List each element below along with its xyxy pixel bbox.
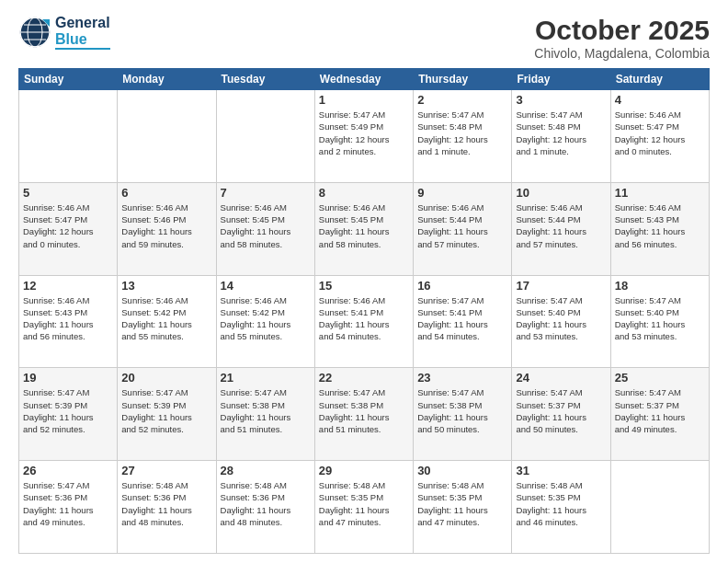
header-wednesday: Wednesday: [314, 69, 413, 90]
day-info: Sunrise: 5:47 AM Sunset: 5:37 PM Dayligh…: [516, 386, 606, 435]
calendar-week-row: 1Sunrise: 5:47 AM Sunset: 5:49 PM Daylig…: [19, 90, 710, 183]
day-number: 21: [221, 371, 311, 385]
header-monday: Monday: [118, 69, 216, 90]
day-info: Sunrise: 5:47 AM Sunset: 5:40 PM Dayligh…: [516, 294, 606, 343]
day-number: 16: [417, 279, 507, 293]
calendar-cell: 4Sunrise: 5:46 AM Sunset: 5:47 PM Daylig…: [610, 90, 709, 183]
day-info: Sunrise: 5:46 AM Sunset: 5:46 PM Dayligh…: [121, 201, 211, 250]
calendar-cell: 6Sunrise: 5:46 AM Sunset: 5:46 PM Daylig…: [118, 182, 216, 275]
title-block: October 2025 Chivolo, Magdalena, Colombi…: [534, 15, 710, 61]
day-number: 15: [319, 279, 409, 293]
day-info: Sunrise: 5:48 AM Sunset: 5:36 PM Dayligh…: [221, 479, 311, 528]
day-number: 13: [121, 279, 211, 293]
day-number: 8: [319, 186, 409, 200]
day-number: 10: [516, 186, 606, 200]
calendar-cell: 3Sunrise: 5:47 AM Sunset: 5:48 PM Daylig…: [512, 90, 610, 183]
calendar-cell: 8Sunrise: 5:46 AM Sunset: 5:45 PM Daylig…: [314, 182, 413, 275]
calendar-cell: 20Sunrise: 5:47 AM Sunset: 5:39 PM Dayli…: [118, 368, 216, 461]
day-info: Sunrise: 5:47 AM Sunset: 5:38 PM Dayligh…: [221, 386, 311, 435]
day-number: 17: [516, 279, 606, 293]
calendar-cell: 23Sunrise: 5:47 AM Sunset: 5:38 PM Dayli…: [414, 368, 512, 461]
day-number: 7: [221, 186, 311, 200]
calendar-cell: [216, 90, 314, 183]
day-info: Sunrise: 5:46 AM Sunset: 5:44 PM Dayligh…: [516, 201, 606, 250]
day-info: Sunrise: 5:47 AM Sunset: 5:40 PM Dayligh…: [615, 294, 705, 343]
calendar-cell: 18Sunrise: 5:47 AM Sunset: 5:40 PM Dayli…: [610, 275, 709, 368]
day-info: Sunrise: 5:47 AM Sunset: 5:38 PM Dayligh…: [417, 386, 507, 435]
day-number: 5: [23, 186, 113, 200]
day-info: Sunrise: 5:47 AM Sunset: 5:38 PM Dayligh…: [319, 386, 409, 435]
day-number: 23: [417, 371, 507, 385]
calendar-cell: 14Sunrise: 5:46 AM Sunset: 5:42 PM Dayli…: [216, 275, 314, 368]
day-number: 1: [319, 93, 409, 107]
calendar-cell: 1Sunrise: 5:47 AM Sunset: 5:49 PM Daylig…: [314, 90, 413, 183]
day-number: 18: [615, 279, 705, 293]
day-info: Sunrise: 5:47 AM Sunset: 5:39 PM Dayligh…: [121, 386, 211, 435]
day-number: 25: [615, 371, 705, 385]
calendar-cell: 25Sunrise: 5:47 AM Sunset: 5:37 PM Dayli…: [610, 368, 709, 461]
calendar-cell: 26Sunrise: 5:47 AM Sunset: 5:36 PM Dayli…: [19, 461, 118, 554]
day-info: Sunrise: 5:46 AM Sunset: 5:47 PM Dayligh…: [615, 109, 705, 157]
day-number: 9: [417, 186, 507, 200]
calendar-cell: 12Sunrise: 5:46 AM Sunset: 5:43 PM Dayli…: [19, 275, 118, 368]
calendar-cell: 13Sunrise: 5:46 AM Sunset: 5:42 PM Dayli…: [118, 275, 216, 368]
day-info: Sunrise: 5:47 AM Sunset: 5:37 PM Dayligh…: [615, 386, 705, 435]
header-tuesday: Tuesday: [216, 69, 314, 90]
calendar-cell: [610, 461, 709, 554]
day-info: Sunrise: 5:47 AM Sunset: 5:49 PM Dayligh…: [319, 109, 409, 157]
location: Chivolo, Magdalena, Colombia: [534, 46, 710, 61]
day-number: 19: [23, 371, 113, 385]
day-number: 22: [319, 371, 409, 385]
calendar-cell: 15Sunrise: 5:46 AM Sunset: 5:41 PM Dayli…: [314, 275, 413, 368]
logo-general: General: [55, 15, 110, 31]
day-info: Sunrise: 5:47 AM Sunset: 5:39 PM Dayligh…: [23, 386, 113, 435]
day-number: 12: [23, 279, 113, 293]
day-number: 31: [516, 464, 606, 477]
day-number: 2: [417, 93, 507, 107]
day-number: 11: [615, 186, 705, 200]
calendar-cell: 7Sunrise: 5:46 AM Sunset: 5:45 PM Daylig…: [216, 182, 314, 275]
header-friday: Friday: [512, 69, 610, 90]
header-thursday: Thursday: [414, 69, 512, 90]
calendar-week-row: 19Sunrise: 5:47 AM Sunset: 5:39 PM Dayli…: [19, 368, 710, 461]
month-title: October 2025: [534, 15, 710, 46]
day-info: Sunrise: 5:47 AM Sunset: 5:48 PM Dayligh…: [516, 109, 606, 157]
day-info: Sunrise: 5:46 AM Sunset: 5:41 PM Dayligh…: [319, 294, 409, 343]
day-number: 6: [121, 186, 211, 200]
day-info: Sunrise: 5:46 AM Sunset: 5:42 PM Dayligh…: [221, 294, 311, 343]
calendar-cell: 22Sunrise: 5:47 AM Sunset: 5:38 PM Dayli…: [314, 368, 413, 461]
day-number: 27: [121, 464, 211, 477]
calendar-cell: 16Sunrise: 5:47 AM Sunset: 5:41 PM Dayli…: [414, 275, 512, 368]
calendar-cell: 17Sunrise: 5:47 AM Sunset: 5:40 PM Dayli…: [512, 275, 610, 368]
day-info: Sunrise: 5:46 AM Sunset: 5:45 PM Dayligh…: [221, 201, 311, 250]
day-number: 28: [221, 464, 311, 477]
calendar-week-row: 26Sunrise: 5:47 AM Sunset: 5:36 PM Dayli…: [19, 461, 710, 554]
calendar-week-row: 5Sunrise: 5:46 AM Sunset: 5:47 PM Daylig…: [19, 182, 710, 275]
calendar-cell: 31Sunrise: 5:48 AM Sunset: 5:35 PM Dayli…: [512, 461, 610, 554]
day-number: 20: [121, 371, 211, 385]
calendar-week-row: 12Sunrise: 5:46 AM Sunset: 5:43 PM Dayli…: [19, 275, 710, 368]
day-info: Sunrise: 5:47 AM Sunset: 5:48 PM Dayligh…: [417, 109, 507, 157]
header: General Blue October 2025 Chivolo, Magda…: [18, 15, 710, 61]
calendar-cell: 21Sunrise: 5:47 AM Sunset: 5:38 PM Dayli…: [216, 368, 314, 461]
day-number: 26: [23, 464, 113, 477]
day-info: Sunrise: 5:48 AM Sunset: 5:35 PM Dayligh…: [516, 479, 606, 528]
day-info: Sunrise: 5:46 AM Sunset: 5:44 PM Dayligh…: [417, 201, 507, 250]
calendar-table: Sunday Monday Tuesday Wednesday Thursday…: [18, 68, 710, 554]
day-info: Sunrise: 5:46 AM Sunset: 5:42 PM Dayligh…: [121, 294, 211, 343]
calendar-cell: 27Sunrise: 5:48 AM Sunset: 5:36 PM Dayli…: [118, 461, 216, 554]
calendar-cell: 9Sunrise: 5:46 AM Sunset: 5:44 PM Daylig…: [414, 182, 512, 275]
day-info: Sunrise: 5:46 AM Sunset: 5:47 PM Dayligh…: [23, 201, 113, 250]
logo: General Blue: [18, 15, 110, 50]
day-number: 4: [615, 93, 705, 107]
globe-icon: [18, 16, 51, 49]
calendar-cell: 10Sunrise: 5:46 AM Sunset: 5:44 PM Dayli…: [512, 182, 610, 275]
day-info: Sunrise: 5:46 AM Sunset: 5:43 PM Dayligh…: [615, 201, 705, 250]
page: General Blue October 2025 Chivolo, Magda…: [0, 0, 728, 563]
day-number: 3: [516, 93, 606, 107]
calendar-cell: 19Sunrise: 5:47 AM Sunset: 5:39 PM Dayli…: [19, 368, 118, 461]
header-sunday: Sunday: [19, 69, 118, 90]
header-saturday: Saturday: [610, 69, 709, 90]
calendar-cell: 29Sunrise: 5:48 AM Sunset: 5:35 PM Dayli…: [314, 461, 413, 554]
logo-underline: [55, 48, 110, 50]
